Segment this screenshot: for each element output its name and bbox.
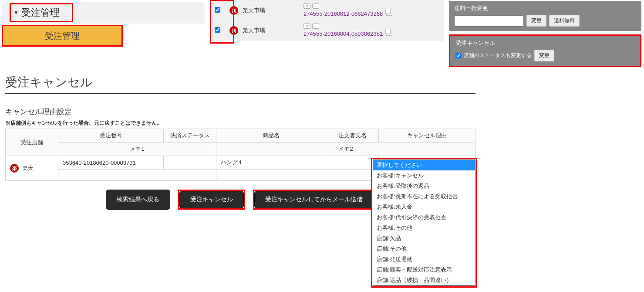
order-cancel-button[interactable]: 受注キャンセル <box>179 191 244 208</box>
dropdown-option[interactable]: 店舗:欠品 <box>373 233 475 244</box>
th-reason: キャンセル理由 <box>379 129 475 143</box>
cancel-panel-title: 受注キャンセル <box>455 39 635 47</box>
page-title: 受注キャンセル <box>5 74 475 94</box>
nav-item-order-management[interactable]: 受注管理 <box>2 25 123 47</box>
shipping-bulk-panel: 送料一括変更 変更 送料無料 <box>449 1 641 31</box>
td-product: ハング１ <box>216 156 326 170</box>
order-list-box: 楽 楽天市場 ✉ … 274555-20160812-0662473288 楽 … <box>209 0 444 41</box>
th-customer: 注文者氏名 <box>326 129 379 143</box>
dropdown-option[interactable]: お客様:未入金 <box>373 202 475 212</box>
td-memo1 <box>58 170 216 181</box>
dots-icon: … <box>312 3 319 9</box>
dropdown-option[interactable]: お客様:長期不在による受取拒否 <box>373 191 475 202</box>
nav-header-label: 受注管理 <box>21 6 60 19</box>
warning-text: ※店舗側もキャンセルを行った場合、元に戻すことはできません。 <box>5 119 475 127</box>
dropdown-option-placeholder[interactable]: 選択してください <box>373 160 475 170</box>
nav-item-label: 受注管理 <box>45 30 80 42</box>
th-shop: 受注店舗 <box>6 129 58 156</box>
order-shop-cell: 楽 楽天市場 <box>226 0 300 20</box>
td-shop-name: 楽天 <box>22 165 34 171</box>
td-pay-status <box>164 156 216 170</box>
order-row-checkbox[interactable] <box>215 27 220 33</box>
order-shop-name: 楽天市場 <box>243 7 265 14</box>
tag-icon: ✉ <box>303 24 310 29</box>
order-cancel-panel: 受注キャンセル 店舗のステータスも変更する 変更 <box>449 34 641 67</box>
order-number-cell: ✉ … 274555-20160812-0662473288 <box>300 0 444 20</box>
order-row: 楽 楽天市場 ✉ … 274555-20160812-0662473288 <box>209 0 444 20</box>
order-cancel-mail-button[interactable]: 受注キャンセルしてからメール送信 <box>254 191 374 208</box>
shipping-fee-input[interactable] <box>454 15 524 27</box>
cancel-mail-button-highlight: 受注キャンセルしてからメール送信 <box>253 190 375 210</box>
order-row-checkbox[interactable] <box>215 7 220 13</box>
copy-icon[interactable] <box>386 10 392 16</box>
cancel-button-highlight: 受注キャンセル <box>178 190 245 210</box>
order-row: 楽 楽天市場 ✉ … 274555-20160804-0593062351 <box>209 20 444 41</box>
dropdown-option[interactable]: 店舗:その他 <box>373 244 475 254</box>
dropdown-option[interactable]: 店舗:返品（破損・品間違い） <box>373 275 475 285</box>
order-number-link[interactable]: 274555-20160804-0593062351 <box>303 31 383 37</box>
back-to-search-button[interactable]: 検索結果へ戻る <box>106 190 170 210</box>
order-number-link[interactable]: 274555-20160812-0662473288 <box>303 10 383 17</box>
dots-icon: … <box>312 24 319 29</box>
dropdown-option[interactable]: お客様:キャンセル <box>373 170 475 181</box>
shipping-change-button[interactable]: 変更 <box>526 15 546 27</box>
dropdown-option[interactable]: 店舗:発送遅延 <box>373 254 475 265</box>
section-subtitle: キャンセル理由設定 <box>5 107 475 117</box>
shipping-panel-title: 送料一括変更 <box>454 4 636 12</box>
th-memo1: メモ1 <box>58 143 216 156</box>
order-shop-cell: 楽 楽天市場 <box>226 20 300 41</box>
shipping-free-button[interactable]: 送料無料 <box>549 15 580 27</box>
cancel-panel-change-button[interactable]: 変更 <box>534 50 554 61</box>
th-product: 商品名 <box>216 129 326 143</box>
nav-header-toggle[interactable]: ▼ 受注管理 <box>10 3 73 22</box>
nav-header: ▼ 受注管理 <box>2 2 205 24</box>
td-shop: 楽 楽天 <box>6 156 58 181</box>
change-store-status-label: 店舗のステータスも変更する <box>464 52 532 59</box>
th-memo2: メモ2 <box>216 143 475 156</box>
th-pay-status: 決済ステータス <box>164 129 216 143</box>
rakuten-icon: 楽 <box>229 6 238 15</box>
dropdown-option[interactable]: お客様:代引決済の受取拒否 <box>373 212 475 223</box>
cancel-reason-dropdown[interactable]: 選択してください お客様:キャンセル お客様:受取後の返品 お客様:長期不在によ… <box>371 158 477 288</box>
order-number-cell: ✉ … 274555-20160804-0593062351 <box>300 20 444 41</box>
dropdown-option[interactable]: お客様:その他 <box>373 223 475 233</box>
th-order-no: 受注番号 <box>58 129 164 143</box>
copy-icon[interactable] <box>386 30 392 36</box>
dropdown-option[interactable]: お客様:受取後の返品 <box>373 181 475 191</box>
td-order-no: 353640-20180620-00003731 <box>58 156 164 170</box>
tag-icon: ✉ <box>303 3 310 9</box>
dropdown-option[interactable]: 店舗:顧客・配送対応注意表示 <box>373 265 475 275</box>
change-store-status-checkbox[interactable] <box>455 53 461 58</box>
rakuten-icon: 楽 <box>10 164 19 173</box>
caret-down-icon: ▼ <box>13 10 19 16</box>
order-shop-name: 楽天市場 <box>243 27 265 34</box>
rakuten-icon: 楽 <box>229 26 238 35</box>
